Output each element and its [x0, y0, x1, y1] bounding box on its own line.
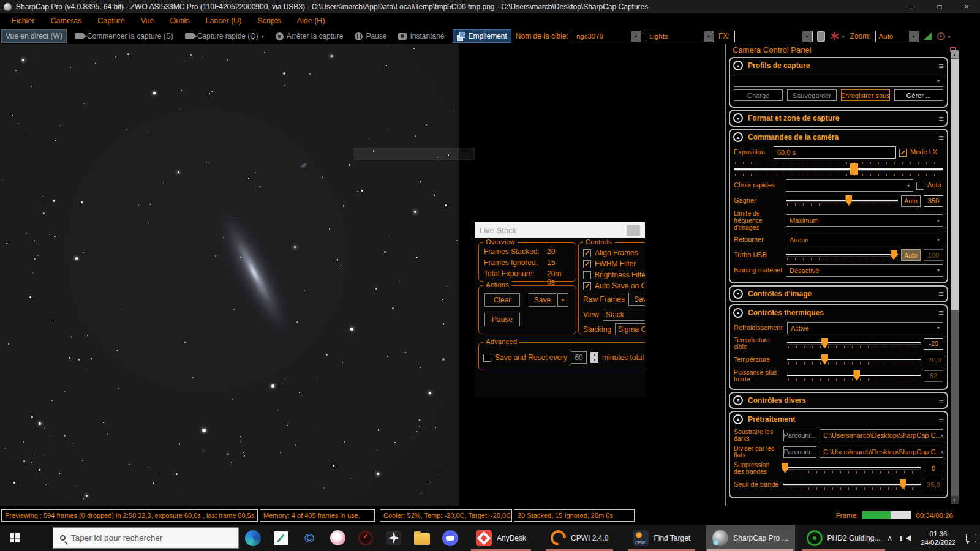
taskbar-star-app-icon[interactable] — [380, 525, 408, 551]
search-box[interactable] — [53, 527, 239, 549]
menu-lancer[interactable]: Lancer (U) — [197, 13, 249, 28]
hamburger-icon[interactable]: ≡ — [938, 61, 944, 70]
section-thermiques-header[interactable]: ▴ Contrôles thermiques ≡ — [733, 306, 944, 320]
taskbar-discord-icon[interactable] — [436, 525, 464, 551]
reticle-button[interactable]: ▾ — [936, 29, 952, 43]
taskbar-edge-icon[interactable] — [239, 525, 267, 551]
chevron-down-icon[interactable]: ▾ — [704, 31, 714, 42]
taskbar-clock[interactable]: 01:3624/02/2022 — [921, 530, 956, 547]
snowflake-button[interactable]: ▾ — [829, 29, 846, 43]
retourner-combo[interactable]: Aucun▾ — [786, 234, 943, 246]
enregistrer-sous-button[interactable]: Enregistrer sous — [841, 89, 890, 101]
notification-icon[interactable] — [966, 534, 976, 542]
histogram-icon[interactable] — [924, 32, 932, 40]
expand-icon[interactable]: ▾ — [733, 113, 743, 123]
search-input[interactable] — [71, 533, 218, 542]
exposition-slider[interactable] — [734, 161, 943, 177]
taskbar-anydesk[interactable]: AnyDesk — [469, 525, 533, 551]
bandes-slider[interactable] — [783, 462, 921, 475]
temperature-cible-value[interactable]: -20 — [924, 338, 943, 350]
profile-combo[interactable]: ▾ — [734, 75, 943, 87]
spinner-up-icon[interactable]: ▴ — [594, 352, 595, 358]
chevron-down-icon[interactable]: ▾ — [909, 31, 919, 42]
flats-browse-button[interactable]: Parcourir... — [783, 446, 816, 458]
align-frames-checkbox[interactable]: ✓Align Frames — [579, 247, 645, 258]
chevron-down-icon[interactable]: ▾ — [631, 31, 641, 42]
exposition-input[interactable]: 60,0 s — [774, 146, 896, 159]
mode-lx-checkbox[interactable]: ✓ — [899, 149, 907, 157]
limite-combo[interactable]: Maximum▾ — [786, 214, 943, 227]
slider-thumb[interactable] — [850, 163, 858, 175]
taskbar-find-target[interactable]: CPWI Find Target — [626, 525, 697, 551]
taskbar-explorer-icon[interactable] — [408, 525, 436, 551]
section-pretraitement-header[interactable]: ▴ Prétraitement ≡ — [733, 413, 944, 426]
stacking-combo[interactable]: Sigma Clipp — [615, 323, 645, 335]
flats-combo[interactable]: C:\Users\marcb\Desktop\SharpCap C...▾ — [820, 446, 943, 458]
save-button[interactable]: Save — [529, 293, 556, 307]
taskbar-cpwi[interactable]: CPWI 2.4.0 — [544, 525, 615, 551]
turbo-usb-slider[interactable] — [786, 249, 898, 262]
taskbar-phd2[interactable]: PHD2 Guiding... — [800, 525, 888, 551]
save-stack-button[interactable]: Save St — [628, 293, 645, 306]
interval-value[interactable]: 60 — [571, 351, 587, 364]
target-name-combo[interactable]: ngc3079▾ — [573, 31, 641, 42]
menu-fichier[interactable]: Fichier — [4, 13, 43, 28]
sauvegarder-button[interactable]: Sauvegarder — [787, 89, 836, 101]
menu-scripts[interactable]: Scripts — [250, 13, 289, 28]
view-combo[interactable]: Stack — [603, 309, 645, 321]
section-format-header[interactable]: ▾ Format et zone de capture ≡ — [733, 111, 944, 125]
menu-aide[interactable]: Aide (H) — [289, 13, 333, 28]
start-capture-button[interactable]: Commencer la capture (S) — [71, 29, 177, 43]
live-stack-title-button[interactable] — [627, 225, 640, 236]
bandes-value[interactable]: 0 — [924, 463, 943, 474]
collapse-icon[interactable]: ▴ — [733, 61, 743, 70]
hamburger-icon[interactable]: ≡ — [938, 308, 944, 317]
expand-icon[interactable]: ▾ — [733, 289, 743, 299]
taskbar-notepad-icon[interactable] — [267, 525, 295, 551]
section-divers-header[interactable]: ▾ Contrôles divers ≡ — [733, 394, 944, 407]
darks-browse-button[interactable]: Parcourir... — [783, 430, 816, 441]
brightness-filter-checkbox[interactable]: ✓Brightness Filter — [579, 269, 645, 280]
seuil-slider[interactable] — [783, 478, 921, 492]
start-button[interactable] — [0, 525, 29, 551]
collapse-icon[interactable]: ▴ — [733, 132, 743, 142]
save-dropdown-button[interactable]: ▾ — [557, 293, 568, 307]
minimize-button[interactable]: ─ — [899, 0, 926, 13]
hamburger-icon[interactable]: ≡ — [938, 289, 944, 298]
hamburger-icon[interactable]: ≡ — [938, 395, 944, 405]
zoom-combo[interactable]: Auto▾ — [875, 31, 919, 42]
quick-capture-button[interactable]: Capture rapide (Q)▾ — [181, 29, 268, 43]
live-view-button[interactable]: Vue en direct (W) — [1, 29, 67, 43]
hamburger-icon[interactable]: ≡ — [938, 414, 944, 424]
save-reset-checkbox[interactable]: ✓ — [483, 354, 491, 362]
hamburger-icon[interactable]: ≡ — [938, 133, 944, 142]
speaker-icon[interactable] — [906, 535, 911, 541]
choix-rapides-combo[interactable]: ▾ — [786, 179, 913, 192]
taskbar-copyright-app-icon[interactable]: © — [295, 525, 323, 551]
pause-button[interactable]: Pause — [351, 29, 390, 43]
menu-vue[interactable]: Vue — [133, 13, 162, 28]
turbo-auto-button[interactable]: Auto — [901, 249, 921, 261]
frame-type-combo[interactable]: Lights▾ — [646, 31, 714, 42]
menu-outils[interactable]: Outils — [162, 13, 198, 28]
gagner-value[interactable]: 350 — [924, 195, 943, 207]
refroidissement-combo[interactable]: Activé▾ — [787, 322, 943, 334]
clear-button[interactable]: Clear — [484, 293, 520, 307]
panel-splitter[interactable] — [725, 44, 726, 506]
gagner-slider[interactable] — [786, 194, 898, 208]
charge-button[interactable]: Charge — [734, 89, 783, 101]
taskbar-gauge-app-icon[interactable] — [352, 525, 380, 551]
binning-combo[interactable]: Désactivé▾ — [786, 264, 943, 277]
chevron-down-icon[interactable]: ▾ — [802, 31, 812, 42]
close-button[interactable]: × — [953, 0, 980, 13]
gerer-button[interactable]: Gérer ... — [894, 89, 943, 101]
taskbar-sharpcap[interactable]: SharpCap Pro ... — [706, 525, 794, 551]
fwhm-filter-checkbox[interactable]: ✓FWHM Filter — [579, 258, 645, 269]
scrollbar-thumb[interactable] — [951, 59, 959, 310]
taskbar-planetarium-icon[interactable] — [323, 525, 352, 551]
pause-stack-button[interactable]: Pause — [484, 313, 520, 326]
darks-combo[interactable]: C:\Users\marcb\Desktop\SharpCap C...▾ — [820, 429, 943, 441]
tray-chevron-icon[interactable]: ∧ — [887, 534, 892, 542]
expand-icon[interactable]: ▾ — [733, 395, 743, 405]
spinner-down-icon[interactable]: ▾ — [594, 358, 595, 363]
